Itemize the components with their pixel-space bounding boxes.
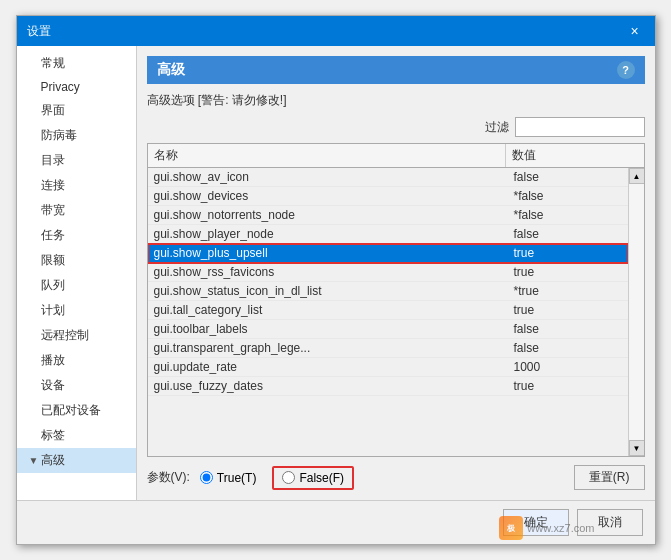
table-row[interactable]: gui.show_status_icon_in_dl_list*true — [148, 282, 628, 301]
radio-true-input[interactable] — [200, 471, 213, 484]
table-row[interactable]: gui.show_devices*false — [148, 187, 628, 206]
sidebar-item-13[interactable]: 设备 — [17, 373, 136, 398]
cell-value: *true — [508, 282, 628, 300]
table-row[interactable]: gui.show_av_iconfalse — [148, 168, 628, 187]
cell-name: gui.show_notorrents_node — [148, 206, 508, 224]
cell-name: gui.use_fuzzy_dates — [148, 377, 508, 395]
table-scroll-area: gui.show_av_iconfalsegui.show_devices*fa… — [148, 168, 644, 456]
sidebar-item-label: 队列 — [41, 277, 65, 294]
dialog-body: 常规Privacy界面防病毒目录连接带宽任务限额队列计划远程控制播放设备已配对设… — [17, 46, 655, 500]
col-name-header: 名称 — [148, 144, 506, 167]
sidebar-item-10[interactable]: 计划 — [17, 298, 136, 323]
sidebar-item-label: 播放 — [41, 352, 65, 369]
section-title-text: 高级 — [157, 61, 185, 79]
sidebar-item-3[interactable]: 防病毒 — [17, 123, 136, 148]
scroll-up-button[interactable]: ▲ — [629, 168, 644, 184]
col-value-header: 数值 — [506, 144, 626, 167]
sidebar-item-label: 设备 — [41, 377, 65, 394]
sidebar-item-label: 常规 — [41, 55, 65, 72]
cell-value: false — [508, 168, 628, 186]
cell-name: gui.tall_category_list — [148, 301, 508, 319]
sidebar-item-label: 带宽 — [41, 202, 65, 219]
warning-text: 高级选项 [警告: 请勿修改!] — [147, 92, 645, 109]
settings-dialog: 设置 × 常规Privacy界面防病毒目录连接带宽任务限额队列计划远程控制播放设… — [16, 15, 656, 545]
sidebar-item-label: Privacy — [41, 80, 80, 94]
cell-name: gui.show_player_node — [148, 225, 508, 243]
dialog-title: 设置 — [27, 23, 51, 40]
close-button[interactable]: × — [625, 21, 645, 41]
sidebar: 常规Privacy界面防病毒目录连接带宽任务限额队列计划远程控制播放设备已配对设… — [17, 46, 137, 500]
scroll-down-button[interactable]: ▼ — [629, 440, 644, 456]
expand-icon: ▼ — [29, 455, 41, 466]
table-body: gui.show_av_iconfalsegui.show_devices*fa… — [148, 168, 628, 456]
sidebar-item-1[interactable]: Privacy — [17, 76, 136, 98]
cell-name: gui.show_status_icon_in_dl_list — [148, 282, 508, 300]
sidebar-item-15[interactable]: 标签 — [17, 423, 136, 448]
sidebar-item-0[interactable]: 常规 — [17, 51, 136, 76]
sidebar-item-label: 防病毒 — [41, 127, 77, 144]
radio-false-label: False(F) — [299, 471, 344, 485]
cell-name: gui.transparent_graph_lege... — [148, 339, 508, 357]
cell-value: true — [508, 377, 628, 395]
sidebar-item-12[interactable]: 播放 — [17, 348, 136, 373]
table-row[interactable]: gui.show_rss_faviconstrue — [148, 263, 628, 282]
sidebar-item-label: 任务 — [41, 227, 65, 244]
cell-value: false — [508, 225, 628, 243]
sidebar-item-11[interactable]: 远程控制 — [17, 323, 136, 348]
table-row[interactable]: gui.tall_category_listtrue — [148, 301, 628, 320]
sidebar-item-9[interactable]: 队列 — [17, 273, 136, 298]
radio-false-input[interactable] — [282, 471, 295, 484]
cell-value: false — [508, 320, 628, 338]
sidebar-item-label: 计划 — [41, 302, 65, 319]
scroll-track — [629, 184, 644, 440]
sidebar-item-label: 标签 — [41, 427, 65, 444]
sidebar-item-2[interactable]: 界面 — [17, 98, 136, 123]
sidebar-item-label: 高级 — [41, 452, 65, 469]
radio-group: True(T) False(F) — [200, 466, 354, 490]
sidebar-item-label: 远程控制 — [41, 327, 89, 344]
sidebar-item-label: 已配对设备 — [41, 402, 101, 419]
table-row[interactable]: gui.toolbar_labelsfalse — [148, 320, 628, 339]
cell-name: gui.show_av_icon — [148, 168, 508, 186]
section-header: 高级 ? — [147, 56, 645, 84]
table-row[interactable]: gui.show_plus_upselltrue — [148, 244, 628, 263]
help-button[interactable]: ? — [617, 61, 635, 79]
sidebar-item-7[interactable]: 任务 — [17, 223, 136, 248]
table-header: 名称 数值 — [148, 144, 644, 168]
filter-label: 过滤 — [485, 119, 509, 136]
table-row[interactable]: gui.transparent_graph_lege...false — [148, 339, 628, 358]
scrollbar[interactable]: ▲ ▼ — [628, 168, 644, 456]
sidebar-item-16[interactable]: ▼ 高级 — [17, 448, 136, 473]
cell-name: gui.show_plus_upsell — [148, 244, 508, 262]
table-row[interactable]: gui.show_notorrents_node*false — [148, 206, 628, 225]
cell-name: gui.toolbar_labels — [148, 320, 508, 338]
sidebar-item-6[interactable]: 带宽 — [17, 198, 136, 223]
sidebar-item-14[interactable]: 已配对设备 — [17, 398, 136, 423]
filter-input[interactable] — [515, 117, 645, 137]
watermark-logo: 极 — [499, 516, 523, 540]
cell-value: 1000 — [508, 358, 628, 376]
title-bar: 设置 × — [17, 16, 655, 46]
radio-true-option[interactable]: True(T) — [200, 471, 257, 485]
sidebar-item-4[interactable]: 目录 — [17, 148, 136, 173]
settings-table: 名称 数值 gui.show_av_iconfalsegui.show_devi… — [147, 143, 645, 457]
table-row[interactable]: gui.update_rate1000 — [148, 358, 628, 377]
table-row[interactable]: gui.show_player_nodefalse — [148, 225, 628, 244]
table-row[interactable]: gui.use_fuzzy_datestrue — [148, 377, 628, 396]
cell-value: *false — [508, 187, 628, 205]
dialog-footer: 确定 取消 极 www.xz7.com — [17, 500, 655, 544]
cell-value: true — [508, 301, 628, 319]
filter-row: 过滤 — [147, 117, 645, 137]
sidebar-item-8[interactable]: 限额 — [17, 248, 136, 273]
radio-false-option[interactable]: False(F) — [272, 466, 354, 490]
cell-name: gui.show_rss_favicons — [148, 263, 508, 281]
reset-button[interactable]: 重置(R) — [574, 465, 645, 490]
cell-value: true — [508, 244, 628, 262]
sidebar-item-5[interactable]: 连接 — [17, 173, 136, 198]
main-content: 高级 ? 高级选项 [警告: 请勿修改!] 过滤 名称 数值 gui.show_… — [137, 46, 655, 500]
sidebar-item-label: 界面 — [41, 102, 65, 119]
watermark-url: www.xz7.com — [527, 522, 594, 534]
cell-name: gui.show_devices — [148, 187, 508, 205]
cell-value: false — [508, 339, 628, 357]
sidebar-item-label: 限额 — [41, 252, 65, 269]
